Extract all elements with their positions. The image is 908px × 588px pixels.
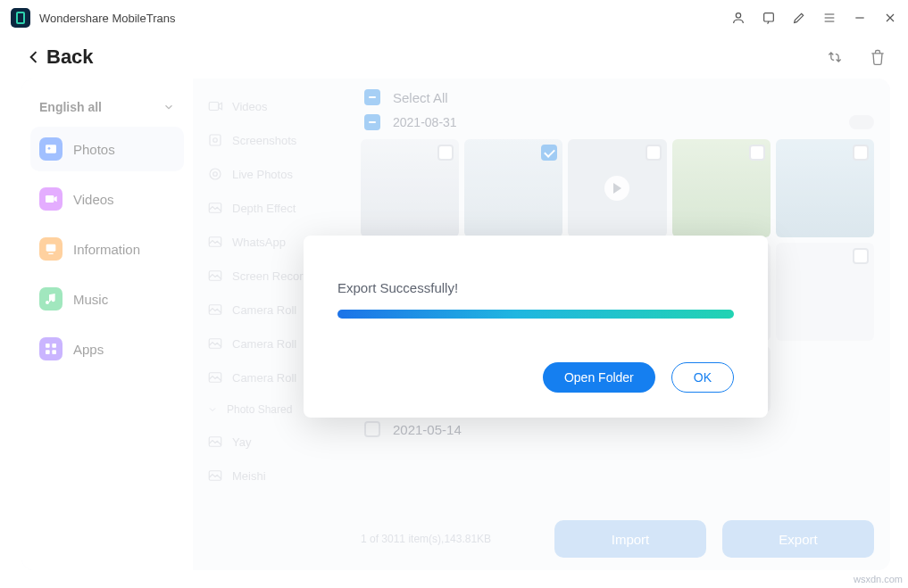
date-label: 2021-08-31 <box>393 115 457 129</box>
watermark: wsxdn.com <box>854 574 903 584</box>
thumbnail[interactable] <box>776 346 874 412</box>
menu-icon[interactable] <box>822 11 837 25</box>
thumb-checkbox[interactable] <box>749 145 765 161</box>
svg-point-0 <box>736 13 740 18</box>
refresh-icon[interactable] <box>826 48 844 66</box>
sidebar-item-label: Photos <box>73 142 115 157</box>
topnav: Back <box>0 36 908 79</box>
thumbnail[interactable] <box>776 139 874 237</box>
play-icon <box>604 176 629 201</box>
svg-rect-5 <box>46 244 56 252</box>
svg-rect-8 <box>46 350 50 354</box>
date-label: 2021-05-14 <box>393 422 462 437</box>
svg-rect-6 <box>46 344 50 348</box>
checkbox-icon[interactable] <box>364 421 380 437</box>
content-footer: 1 of 3011 item(s),143.81KB Import Export <box>361 511 874 570</box>
thumbnail[interactable] <box>776 243 874 341</box>
thumbnail[interactable] <box>464 139 562 237</box>
svg-point-14 <box>213 172 218 177</box>
sidebar-item-photos[interactable]: Photos <box>30 127 184 171</box>
sidebar-left: English all Photos Videos Information Mu… <box>21 79 193 570</box>
back-label: Back <box>46 46 94 69</box>
dialog-title: Export Successfully! <box>337 280 734 295</box>
svg-rect-4 <box>46 195 54 203</box>
date-group-row[interactable]: 2021-08-31 5 <box>361 111 874 134</box>
feedback-icon[interactable] <box>762 11 776 25</box>
sidebar-item-apps[interactable]: Apps <box>30 327 184 371</box>
chevron-down-icon <box>162 101 175 113</box>
selection-info: 1 of 3011 item(s),143.81KB <box>361 533 491 545</box>
titlebar: Wondershare MobileTrans <box>0 0 908 36</box>
svg-point-3 <box>48 147 51 150</box>
sidebar-item-music[interactable]: Music <box>30 277 184 321</box>
back-button[interactable]: Back <box>25 46 94 69</box>
app-logo <box>11 8 30 28</box>
select-all-label: Select All <box>393 90 448 105</box>
thumb-checkbox[interactable] <box>646 145 662 161</box>
export-success-dialog: Export Successfully! Open Folder OK <box>304 236 768 418</box>
language-dropdown[interactable]: English all <box>30 93 184 121</box>
svg-rect-10 <box>209 103 219 111</box>
ok-button[interactable]: OK <box>671 362 734 393</box>
sidebar-item-label: Apps <box>73 342 104 357</box>
sidebar-item-videos[interactable]: Videos <box>30 177 184 221</box>
album-item[interactable]: Videos <box>193 89 354 123</box>
user-icon[interactable] <box>731 11 746 25</box>
checkbox-indeterminate-icon[interactable] <box>364 89 380 105</box>
sidebar-item-information[interactable]: Information <box>30 227 184 271</box>
app-title: Wondershare MobileTrans <box>39 12 175 25</box>
album-item[interactable]: Screenshots <box>193 123 354 157</box>
checkbox-indeterminate-icon[interactable] <box>364 114 380 130</box>
open-folder-button[interactable]: Open Folder <box>543 362 655 393</box>
svg-rect-9 <box>52 350 56 354</box>
delete-icon[interactable] <box>869 48 887 66</box>
svg-rect-7 <box>52 344 56 348</box>
album-item[interactable]: Depth Effect <box>193 191 354 225</box>
dropdown-label: English all <box>39 100 102 114</box>
thumb-checkbox[interactable] <box>541 145 557 161</box>
thumb-checkbox[interactable] <box>853 145 869 161</box>
svg-point-12 <box>213 138 218 143</box>
progress-bar <box>337 310 734 319</box>
album-item[interactable]: Yay <box>193 425 354 459</box>
thumbnail[interactable] <box>568 139 666 237</box>
minimize-icon[interactable] <box>853 11 867 25</box>
edit-icon[interactable] <box>792 11 806 25</box>
thumb-checkbox[interactable] <box>437 145 454 161</box>
album-item[interactable]: Live Photos <box>193 157 354 191</box>
album-item[interactable]: Meishi <box>193 459 354 493</box>
sidebar-item-label: Videos <box>73 192 114 207</box>
svg-point-13 <box>210 169 221 179</box>
select-all-row[interactable]: Select All <box>361 86 874 109</box>
export-button[interactable]: Export <box>722 520 874 558</box>
titlebar-actions <box>731 11 897 25</box>
close-icon[interactable] <box>883 11 897 25</box>
thumbnail[interactable] <box>672 139 771 237</box>
thumbnail[interactable] <box>361 139 459 237</box>
import-button[interactable]: Import <box>554 520 706 558</box>
svg-rect-2 <box>46 145 56 153</box>
svg-rect-1 <box>764 13 774 21</box>
sidebar-item-label: Information <box>73 242 140 257</box>
sidebar-item-label: Music <box>73 292 108 307</box>
thumb-checkbox[interactable] <box>853 248 869 264</box>
svg-rect-11 <box>210 135 221 145</box>
count-badge: 5 <box>849 115 874 129</box>
